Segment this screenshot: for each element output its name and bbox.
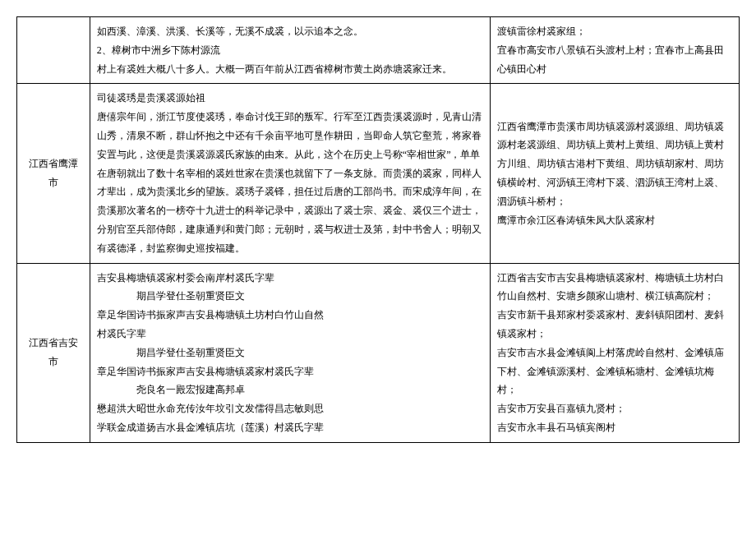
region-cell: 江西省吉安市 bbox=[17, 263, 90, 442]
description-cell: 如西溪、漳溪、洪溪、长溪等，无溪不成裘，以示追本之念。2、樟树市中洲乡下陈村源流… bbox=[90, 17, 490, 84]
genealogy-table: 如西溪、漳溪、洪溪、长溪等，无溪不成裘，以示追本之念。2、樟树市中洲乡下陈村源流… bbox=[16, 16, 740, 443]
table-row: 江西省鹰潭市 司徒裘琇是贵溪裘源始祖唐僖宗年间，浙江节度使裘琇，奉命讨伐王郢的叛… bbox=[17, 84, 740, 263]
places-cell: 渡镇雷徐村裘家组；宜春市高安市八景镇石头渡村上村；宜春市上高县田心镇田心村 bbox=[490, 17, 739, 84]
table-row: 如西溪、漳溪、洪溪、长溪等，无溪不成裘，以示追本之念。2、樟树市中洲乡下陈村源流… bbox=[17, 17, 740, 84]
places-cell: 江西省鹰潭市贵溪市周坊镇裘源村裘源组、周坊镇裘源村老裘源组、周坊镇上黄村上黄组、… bbox=[490, 84, 739, 263]
description-cell: 司徒裘琇是贵溪裘源始祖唐僖宗年间，浙江节度使裘琇，奉命讨伐王郢的叛军。行军至江西… bbox=[90, 84, 490, 263]
region-cell bbox=[17, 17, 90, 84]
table-row: 江西省吉安市 吉安县梅塘镇裘家村委会南岸村裘氏字辈期昌学登仕圣朝重贤臣文章足华国… bbox=[17, 263, 740, 442]
region-cell: 江西省鹰潭市 bbox=[17, 84, 90, 263]
places-cell: 江西省吉安市吉安县梅塘镇裘家村、梅塘镇土坊村白竹山自然村、安塘乡颜家山塘村、横江… bbox=[490, 263, 739, 442]
description-cell: 吉安县梅塘镇裘家村委会南岸村裘氏字辈期昌学登仕圣朝重贤臣文章足华国诗书振家声吉安… bbox=[90, 263, 490, 442]
